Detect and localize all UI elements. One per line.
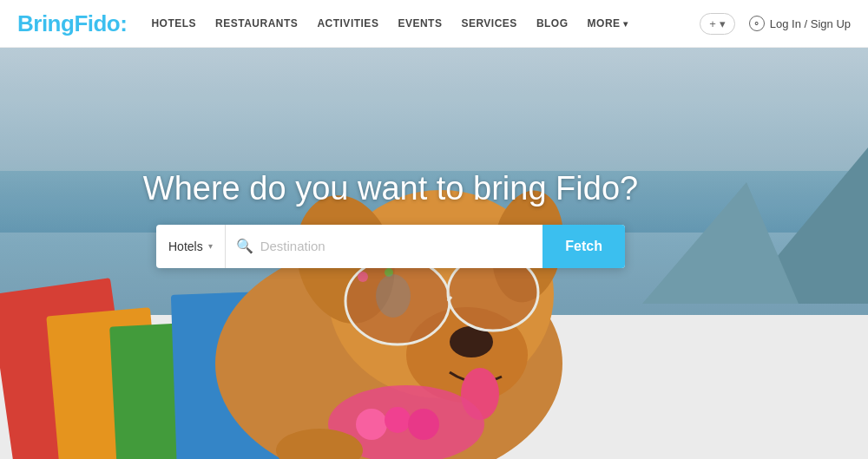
dog-image bbox=[163, 86, 615, 459]
person-icon: ⚬ bbox=[749, 16, 765, 31]
plus-icon: + bbox=[709, 17, 716, 30]
svg-point-10 bbox=[358, 272, 368, 282]
svg-point-13 bbox=[376, 274, 411, 318]
svg-point-17 bbox=[408, 409, 439, 440]
hero-section: Where do you want to bring Fido? Hotels … bbox=[0, 48, 868, 459]
nav-blog[interactable]: BLOG bbox=[536, 17, 569, 30]
nav-restaurants[interactable]: RESTAURANTS bbox=[215, 17, 298, 30]
add-chevron-icon: ▾ bbox=[720, 17, 726, 30]
navbar: BringFido: HOTELS RESTAURANTS ACTIVITIES… bbox=[0, 0, 868, 48]
fetch-button[interactable]: Fetch bbox=[542, 225, 625, 268]
nav-services[interactable]: SERVICES bbox=[461, 17, 516, 30]
add-button[interactable]: + ▾ bbox=[700, 13, 735, 35]
nav-links: HOTELS RESTAURANTS ACTIVITIES EVENTS SER… bbox=[151, 17, 700, 30]
chevron-down-icon: ▾ bbox=[623, 19, 628, 29]
svg-point-16 bbox=[385, 407, 411, 433]
search-bar: Hotels ▾ 🔍 Fetch bbox=[156, 225, 625, 268]
nav-right: + ▾ ⚬ Log In / Sign Up bbox=[700, 13, 851, 35]
login-button[interactable]: ⚬ Log In / Sign Up bbox=[749, 16, 851, 31]
nav-more[interactable]: MORE ▾ bbox=[588, 17, 628, 30]
search-type-chevron-icon: ▾ bbox=[208, 241, 213, 251]
brand-logo[interactable]: BringFido: bbox=[17, 10, 127, 37]
hero-content: Where do you want to bring Fido? Hotels … bbox=[143, 170, 638, 268]
search-type-dropdown[interactable]: Hotels ▾ bbox=[156, 225, 226, 268]
nav-events[interactable]: EVENTS bbox=[398, 17, 442, 30]
hero-title: Where do you want to bring Fido? bbox=[143, 170, 638, 207]
svg-point-15 bbox=[356, 409, 387, 440]
nav-hotels[interactable]: HOTELS bbox=[151, 17, 196, 30]
search-type-label: Hotels bbox=[168, 239, 203, 253]
search-input-wrap: 🔍 bbox=[226, 238, 543, 254]
search-icon: 🔍 bbox=[236, 238, 253, 254]
nav-activities[interactable]: ACTIVITIES bbox=[317, 17, 378, 30]
destination-input[interactable] bbox=[260, 239, 533, 253]
